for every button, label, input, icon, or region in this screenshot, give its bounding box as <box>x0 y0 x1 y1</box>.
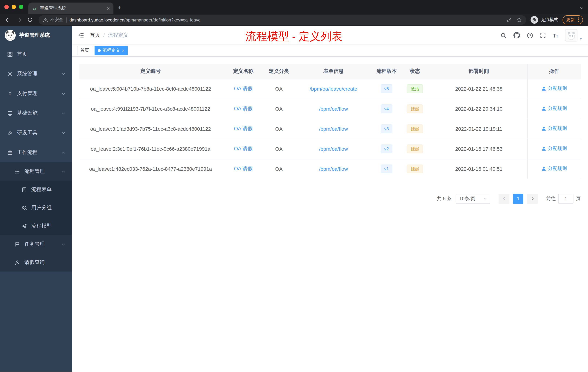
form-link[interactable]: /bpm/oa/leave/create <box>310 86 357 92</box>
back-icon[interactable] <box>3 15 13 25</box>
list-icon <box>15 169 20 174</box>
chevron-down-icon <box>483 197 487 200</box>
sidebar-logo[interactable]: 芋道管理系统 <box>0 26 72 44</box>
definition-name-link[interactable]: OA 请假 <box>234 85 253 91</box>
sidebar-item-label: 流程管理 <box>24 168 45 175</box>
sidebar-item-dev-tools[interactable]: 研发工具 <box>0 123 72 143</box>
browser-tab[interactable]: 芋道管理系统 × <box>28 2 114 14</box>
col-form-info: 表单信息 <box>293 64 374 79</box>
sidebar-item-system-management[interactable]: 系统管理 <box>0 64 72 84</box>
sidebar-item-leave-query[interactable]: 请假查询 <box>0 253 72 272</box>
caret-down-icon <box>579 38 582 40</box>
cell-category: OA <box>265 99 293 119</box>
cell-deploy-time: 2022-01-16 17:46:53 <box>430 139 527 159</box>
goto-page: 前往 页 <box>546 194 581 204</box>
assign-rule-link[interactable]: 分配规则 <box>541 125 567 132</box>
form-link[interactable]: /bpm/oa/flow <box>319 166 348 172</box>
version-badge: v2 <box>380 144 392 153</box>
assign-rule-link[interactable]: 分配规则 <box>541 105 567 112</box>
tab-search-chevron-icon[interactable] <box>580 6 584 10</box>
app-navbar: 首页 / 流程定义 流程模型 - 定义列表 ? TT <box>72 26 588 44</box>
col-definition-category: 定义分类 <box>265 64 293 79</box>
bookmark-star-icon[interactable] <box>516 17 522 22</box>
security-chip[interactable]: 不安全 <box>43 17 63 23</box>
definition-name-link[interactable]: OA 请假 <box>234 105 253 111</box>
incognito-label: 无痕模式 <box>541 17 558 23</box>
omnibox-actions <box>506 17 522 22</box>
page-number-current[interactable]: 1 <box>513 194 523 204</box>
form-link[interactable]: /bpm/oa/flow <box>319 126 348 131</box>
browser-menu-icon[interactable] <box>578 17 579 22</box>
version-badge: v5 <box>380 84 392 93</box>
sidebar-item-label: 基础设施 <box>17 110 37 117</box>
col-operation: 操作 <box>527 64 581 79</box>
tag-close-icon[interactable]: × <box>122 48 124 53</box>
navbar-actions: ? TT <box>500 29 582 42</box>
cell-definition-id: oa_leave:2:3c1f0ef1-76b1-11ec-9c66-a2380… <box>79 139 222 159</box>
breadcrumb: 首页 / 流程定义 <box>90 32 128 39</box>
sidebar-item-home[interactable]: 首页 <box>0 44 72 64</box>
tab-close-icon[interactable]: × <box>107 6 110 11</box>
reload-icon[interactable] <box>25 15 35 25</box>
version-badge: v1 <box>380 164 392 173</box>
zoom-window-button[interactable] <box>19 5 23 9</box>
definition-name-link[interactable]: OA 请假 <box>234 165 253 171</box>
sidebar-item-workflow[interactable]: 工作流程 <box>0 143 72 162</box>
user-icon <box>541 86 546 91</box>
browser-tab-strip: 芋道管理系统 × + <box>0 0 588 14</box>
sidebar-item-user-group[interactable]: 用户分组 <box>0 199 72 217</box>
favicon-icon <box>32 6 37 11</box>
goto-page-input[interactable] <box>558 194 573 204</box>
help-icon[interactable]: ? <box>527 32 533 38</box>
next-page-button[interactable] <box>527 194 538 204</box>
assign-rule-link[interactable]: 分配规则 <box>541 145 567 152</box>
form-link[interactable]: /bpm/oa/flow <box>319 146 348 152</box>
definition-name-link[interactable]: OA 请假 <box>234 125 253 131</box>
minimize-window-button[interactable] <box>12 5 16 9</box>
prev-page-button[interactable] <box>499 194 509 204</box>
font-size-icon[interactable]: TT <box>553 32 558 38</box>
menu-fold-icon[interactable] <box>78 32 84 39</box>
sidebar-item-label: 首页 <box>17 51 27 57</box>
fullscreen-icon[interactable] <box>540 33 546 38</box>
assign-rule-link[interactable]: 分配规则 <box>541 165 567 172</box>
warning-icon <box>43 17 48 22</box>
status-badge: 挂起 <box>407 104 423 113</box>
tag-process-definition[interactable]: 流程定义 × <box>94 46 128 55</box>
url-domain: dashboard.yudao.iocoder.cn <box>69 17 124 22</box>
send-icon <box>21 223 27 229</box>
sidebar-item-infrastructure[interactable]: 基础设施 <box>0 103 72 123</box>
cell-deploy-time: 2022-01-22 19:19:11 <box>430 119 527 139</box>
sidebar-item-label: 流程模型 <box>31 223 52 229</box>
table-row: oa_leave:2:3c1f0ef1-76b1-11ec-9c66-a2380… <box>79 139 581 159</box>
update-button[interactable]: 更新 <box>563 15 583 24</box>
active-dot <box>98 49 101 52</box>
page-annotation-title: 流程模型 - 定义列表 <box>245 29 342 44</box>
sidebar-item-process-management[interactable]: 流程管理 <box>0 162 72 181</box>
tags-view: 首页 流程定义 × <box>72 44 588 57</box>
github-icon[interactable] <box>513 32 520 39</box>
page-size-select[interactable]: 10条/页 <box>456 194 490 204</box>
assign-rule-link[interactable]: 分配规则 <box>541 85 567 92</box>
sidebar-item-label: 工作流程 <box>17 149 37 156</box>
tag-home[interactable]: 首页 <box>77 46 92 55</box>
definition-name-link[interactable]: OA 请假 <box>234 145 253 151</box>
form-link[interactable]: /bpm/oa/flow <box>319 106 348 111</box>
close-window-button[interactable] <box>4 5 9 9</box>
breadcrumb-home[interactable]: 首页 <box>90 32 100 39</box>
address-bar[interactable]: 不安全 dashboard.yudao.iocoder.cn/bpm/manag… <box>39 15 526 25</box>
page-unit-label: 页 <box>576 195 581 202</box>
sidebar-item-process-model[interactable]: 流程模型 <box>0 217 72 235</box>
sidebar-item-process-form[interactable]: 流程表单 <box>0 181 72 199</box>
search-icon[interactable] <box>500 32 506 38</box>
server-icon <box>7 110 13 116</box>
sidebar-item-task-management[interactable]: 任务管理 <box>0 235 72 253</box>
definition-table: 定义编号 定义名称 定义分类 表单信息 流程版本 状态 部署时间 操作 oa_l <box>79 64 581 179</box>
user-menu[interactable] <box>565 29 582 42</box>
url-text: dashboard.yudao.iocoder.cn/bpm/manager/d… <box>69 17 504 22</box>
new-tab-button[interactable]: + <box>118 4 121 12</box>
password-key-icon[interactable] <box>506 17 512 22</box>
chevron-down-icon <box>62 111 65 115</box>
forward-icon[interactable] <box>14 15 24 25</box>
sidebar-item-payment-management[interactable]: 支付管理 <box>0 84 72 103</box>
